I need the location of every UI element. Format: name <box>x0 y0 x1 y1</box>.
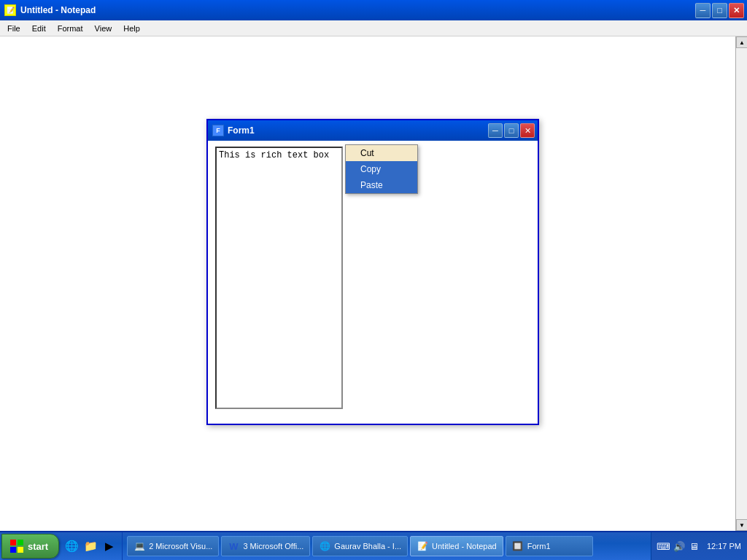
form1-maximize-button[interactable]: □ <box>504 123 519 138</box>
scroll-down-arrow[interactable]: ▼ <box>736 519 747 531</box>
notepad-title-left: 📝 Untitled - Notepad <box>4 4 96 16</box>
menu-edit[interactable]: Edit <box>26 23 52 34</box>
taskbar-gaurav-label: Gaurav Bhalla - I... <box>334 542 401 551</box>
form1-title-left: F Form1 <box>212 125 255 136</box>
form1-title-text: Form1 <box>228 125 255 136</box>
taskbar-vs-icon: 💻 <box>133 540 145 552</box>
taskbar-vs-label: 2 Microsoft Visu... <box>149 542 212 551</box>
taskbar: start 🌐 📁 ▶ 💻 2 Microsoft Visu... W 3 Mi… <box>0 531 747 560</box>
tray-icons: ⌨ 🔊 🖥 <box>657 540 701 553</box>
taskbar-ie-icon: 🌐 <box>319 540 330 552</box>
system-tray: ⌨ 🔊 🖥 12:17 PM <box>651 532 747 560</box>
menu-view[interactable]: View <box>89 23 118 34</box>
scroll-up-arrow[interactable]: ▲ <box>736 36 747 48</box>
ql-media-icon[interactable]: ▶ <box>101 538 117 554</box>
menu-help[interactable]: Help <box>117 23 146 34</box>
notepad-minimize-button[interactable]: ─ <box>695 3 711 18</box>
context-menu-cut[interactable]: Cut <box>346 145 417 161</box>
ql-ie-icon[interactable]: 🌐 <box>63 538 80 554</box>
taskbar-notepad-icon: 📝 <box>417 540 428 552</box>
taskbar-item-form1[interactable]: 🔲 Form1 <box>506 536 593 556</box>
taskbar-item-visual-studio[interactable]: 💻 2 Microsoft Visu... <box>127 536 219 556</box>
form1-app-icon: F <box>212 125 224 136</box>
svg-rect-0 <box>10 540 16 545</box>
notepad-app-icon: 📝 <box>4 4 16 16</box>
taskbar-item-word[interactable]: W 3 Microsoft Offi... <box>221 536 310 556</box>
form1-minimize-button[interactable]: ─ <box>488 123 503 138</box>
context-menu-copy[interactable]: Copy <box>346 161 417 177</box>
richtext-box[interactable]: This is rich text box <box>215 147 343 409</box>
form1-titlebar-buttons: ─ □ ✕ <box>488 123 535 138</box>
taskbar-item-notepad[interactable]: 📝 Untitled - Notepad <box>410 536 503 556</box>
start-icon <box>9 539 24 553</box>
taskbar-item-gaurav[interactable]: 🌐 Gaurav Bhalla - I... <box>312 536 408 556</box>
quick-launch: 🌐 📁 ▶ <box>59 532 123 560</box>
scrollbar[interactable]: ▲ ▼ <box>735 36 747 531</box>
tray-keyboard-icon: ⌨ <box>657 540 670 553</box>
svg-rect-3 <box>18 547 23 553</box>
start-button[interactable]: start <box>1 534 59 559</box>
notepad-titlebar-buttons: ─ □ ✕ <box>695 3 744 18</box>
notepad-maximize-button[interactable]: □ <box>712 3 727 18</box>
notepad-close-button[interactable]: ✕ <box>729 3 744 18</box>
richtext-content: This is rich text box <box>219 150 329 160</box>
svg-rect-2 <box>10 547 16 553</box>
taskbar-form1-icon: 🔲 <box>512 540 524 552</box>
form1-close-button[interactable]: ✕ <box>520 123 535 138</box>
tray-network-icon: 🖥 <box>688 540 701 553</box>
taskbar-items: 💻 2 Microsoft Visu... W 3 Microsoft Offi… <box>127 536 651 556</box>
notepad-title-text: Untitled - Notepad <box>20 5 96 15</box>
tray-volume-icon: 🔊 <box>673 540 686 553</box>
taskbar-form1-label: Form1 <box>527 542 551 551</box>
notepad-title-bar: 📝 Untitled - Notepad ─ □ ✕ <box>0 0 747 20</box>
context-menu: Cut Copy Paste <box>345 144 418 194</box>
taskbar-notepad-label: Untitled - Notepad <box>432 542 497 551</box>
taskbar-word-icon: W <box>228 540 239 552</box>
taskbar-word-label: 3 Microsoft Offi... <box>243 542 303 551</box>
menu-file[interactable]: File <box>1 23 26 34</box>
svg-rect-1 <box>18 540 23 545</box>
notepad-menu-bar: File Edit Format View Help <box>0 20 747 36</box>
form1-title-bar: F Form1 ─ □ ✕ <box>208 120 538 141</box>
menu-format[interactable]: Format <box>52 23 89 34</box>
system-clock: 12:17 PM <box>707 542 741 551</box>
ql-folder-icon[interactable]: 📁 <box>82 538 98 554</box>
start-label: start <box>28 541 48 552</box>
context-menu-paste[interactable]: Paste <box>346 177 417 193</box>
